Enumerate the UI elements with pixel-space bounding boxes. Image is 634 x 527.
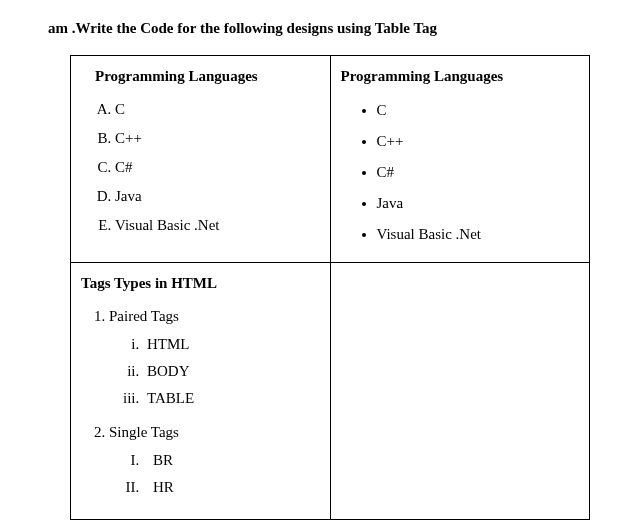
list-single: BR HR xyxy=(143,447,320,501)
list-item: TABLE xyxy=(143,385,320,412)
list-item: BODY xyxy=(143,358,320,385)
cell-prog-alpha: Programming Languages C C++ C# Java Visu… xyxy=(71,56,331,263)
list-item: C# xyxy=(115,153,320,182)
list-item: Java xyxy=(115,182,320,211)
list-item: Visual Basic .Net xyxy=(377,219,580,250)
group-label: Paired Tags xyxy=(109,308,179,324)
cell-empty xyxy=(330,263,590,520)
list-item: C xyxy=(115,95,320,124)
cell-prog-bullet: Programming Languages C C++ C# Java Visu… xyxy=(330,56,590,263)
cell-tags: Tags Types in HTML Paired Tags HTML BODY… xyxy=(71,263,331,520)
group-label: Single Tags xyxy=(109,424,179,440)
list-item: Visual Basic .Net xyxy=(115,211,320,240)
list-item: C++ xyxy=(377,126,580,157)
heading-prog-left: Programming Languages xyxy=(95,68,320,85)
list-item: C xyxy=(377,95,580,126)
list-groups: Paired Tags HTML BODY TABLE Single Tags … xyxy=(109,302,320,507)
group-paired: Paired Tags HTML BODY TABLE xyxy=(109,302,320,418)
main-table: Programming Languages C C++ C# Java Visu… xyxy=(70,55,590,520)
page-title: am .Write the Code for the following des… xyxy=(48,20,614,37)
list-item: BR xyxy=(143,447,320,474)
list-item: Java xyxy=(377,188,580,219)
list-item: C# xyxy=(377,157,580,188)
list-prog-alpha: C C++ C# Java Visual Basic .Net xyxy=(115,95,320,240)
heading-tags: Tags Types in HTML xyxy=(81,275,320,292)
list-item: C++ xyxy=(115,124,320,153)
list-paired: HTML BODY TABLE xyxy=(143,331,320,412)
list-prog-bullet: C C++ C# Java Visual Basic .Net xyxy=(377,95,580,250)
list-item: HR xyxy=(143,474,320,501)
list-item: HTML xyxy=(143,331,320,358)
heading-prog-right: Programming Languages xyxy=(341,68,580,85)
group-single: Single Tags BR HR xyxy=(109,418,320,507)
